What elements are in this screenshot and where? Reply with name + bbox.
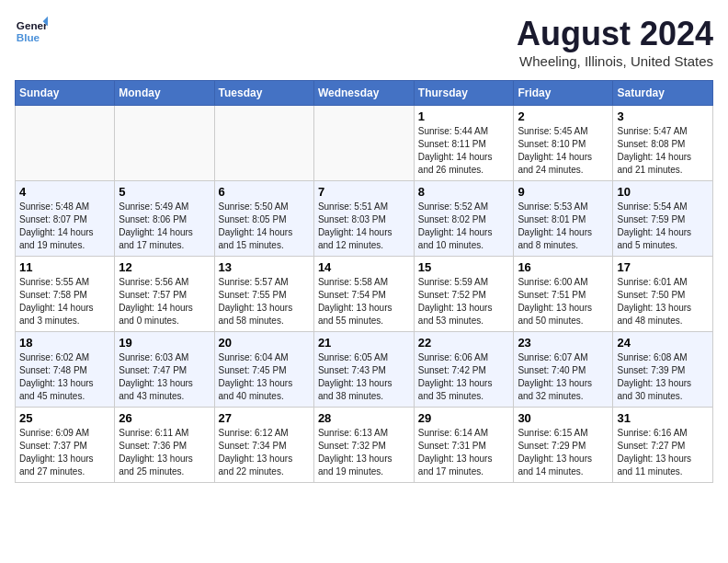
weekday-header-friday: Friday [514, 81, 613, 106]
calendar-cell: 6Sunrise: 5:50 AM Sunset: 8:05 PM Daylig… [214, 181, 313, 257]
day-number: 26 [119, 411, 210, 425]
calendar-week-row: 25Sunrise: 6:09 AM Sunset: 7:37 PM Dayli… [16, 408, 713, 483]
day-number: 6 [219, 185, 310, 199]
calendar-cell: 22Sunrise: 6:06 AM Sunset: 7:42 PM Dayli… [414, 332, 514, 408]
day-info: Sunrise: 6:00 AM Sunset: 7:51 PM Dayligh… [518, 276, 609, 327]
day-number: 16 [518, 260, 609, 274]
day-info: Sunrise: 5:52 AM Sunset: 8:02 PM Dayligh… [418, 201, 510, 252]
day-number: 15 [418, 260, 510, 274]
day-number: 9 [518, 185, 609, 199]
calendar-cell: 19Sunrise: 6:03 AM Sunset: 7:47 PM Dayli… [115, 332, 214, 408]
calendar-week-row: 4Sunrise: 5:48 AM Sunset: 8:07 PM Daylig… [16, 181, 713, 257]
day-number: 4 [19, 185, 110, 199]
day-info: Sunrise: 6:01 AM Sunset: 7:50 PM Dayligh… [617, 276, 709, 327]
day-number: 8 [418, 185, 510, 199]
calendar-cell [313, 106, 414, 181]
day-number: 31 [617, 411, 709, 425]
day-info: Sunrise: 6:04 AM Sunset: 7:45 PM Dayligh… [219, 351, 310, 403]
day-info: Sunrise: 6:03 AM Sunset: 7:47 PM Dayligh… [119, 351, 210, 403]
calendar-cell: 26Sunrise: 6:11 AM Sunset: 7:36 PM Dayli… [115, 408, 214, 483]
calendar-cell: 3Sunrise: 5:47 AM Sunset: 8:08 PM Daylig… [613, 106, 713, 181]
day-info: Sunrise: 6:08 AM Sunset: 7:39 PM Dayligh… [617, 351, 709, 403]
day-info: Sunrise: 5:57 AM Sunset: 7:55 PM Dayligh… [219, 276, 310, 327]
day-number: 7 [318, 185, 410, 199]
day-info: Sunrise: 6:12 AM Sunset: 7:34 PM Dayligh… [219, 427, 310, 478]
calendar-cell: 25Sunrise: 6:09 AM Sunset: 7:37 PM Dayli… [16, 408, 115, 483]
calendar-week-row: 1Sunrise: 5:44 AM Sunset: 8:11 PM Daylig… [16, 106, 713, 181]
calendar-cell: 5Sunrise: 5:49 AM Sunset: 8:06 PM Daylig… [115, 181, 214, 257]
day-number: 10 [617, 185, 709, 199]
day-number: 12 [119, 260, 210, 274]
day-info: Sunrise: 6:13 AM Sunset: 7:32 PM Dayligh… [318, 427, 410, 478]
day-info: Sunrise: 6:07 AM Sunset: 7:40 PM Dayligh… [518, 351, 609, 403]
weekday-header-tuesday: Tuesday [214, 81, 313, 106]
calendar-cell: 18Sunrise: 6:02 AM Sunset: 7:48 PM Dayli… [16, 332, 115, 408]
day-number: 24 [617, 336, 709, 350]
day-number: 14 [318, 260, 410, 274]
day-number: 3 [617, 109, 709, 123]
day-info: Sunrise: 6:09 AM Sunset: 7:37 PM Dayligh… [19, 427, 110, 478]
calendar-week-row: 11Sunrise: 5:55 AM Sunset: 7:58 PM Dayli… [16, 257, 713, 332]
day-number: 29 [418, 411, 510, 425]
day-info: Sunrise: 6:14 AM Sunset: 7:31 PM Dayligh… [418, 427, 510, 478]
day-number: 27 [219, 411, 310, 425]
day-info: Sunrise: 5:45 AM Sunset: 8:10 PM Dayligh… [518, 125, 609, 177]
weekday-header-wednesday: Wednesday [313, 81, 414, 106]
day-number: 28 [318, 411, 410, 425]
day-number: 18 [19, 336, 110, 350]
day-info: Sunrise: 5:53 AM Sunset: 8:01 PM Dayligh… [518, 201, 609, 252]
title-area: August 2024 Wheeling, Illinois, United S… [517, 15, 713, 69]
day-info: Sunrise: 5:58 AM Sunset: 7:54 PM Dayligh… [318, 276, 410, 327]
logo-icon: General Blue [15, 15, 48, 48]
day-number: 23 [518, 336, 609, 350]
day-info: Sunrise: 6:02 AM Sunset: 7:48 PM Dayligh… [19, 351, 110, 403]
page-subtitle: Wheeling, Illinois, United States [517, 53, 713, 69]
calendar-cell: 9Sunrise: 5:53 AM Sunset: 8:01 PM Daylig… [514, 181, 613, 257]
day-number: 17 [617, 260, 709, 274]
day-info: Sunrise: 5:54 AM Sunset: 7:59 PM Dayligh… [617, 201, 709, 252]
day-info: Sunrise: 5:48 AM Sunset: 8:07 PM Dayligh… [19, 201, 110, 252]
day-info: Sunrise: 5:49 AM Sunset: 8:06 PM Dayligh… [119, 201, 210, 252]
calendar-cell: 15Sunrise: 5:59 AM Sunset: 7:52 PM Dayli… [414, 257, 514, 332]
day-number: 5 [119, 185, 210, 199]
day-info: Sunrise: 5:55 AM Sunset: 7:58 PM Dayligh… [19, 276, 110, 327]
calendar-cell: 28Sunrise: 6:13 AM Sunset: 7:32 PM Dayli… [313, 408, 414, 483]
calendar-cell: 17Sunrise: 6:01 AM Sunset: 7:50 PM Dayli… [613, 257, 713, 332]
page-title: August 2024 [517, 15, 713, 53]
calendar-cell: 21Sunrise: 6:05 AM Sunset: 7:43 PM Dayli… [313, 332, 414, 408]
calendar-cell: 29Sunrise: 6:14 AM Sunset: 7:31 PM Dayli… [414, 408, 514, 483]
calendar-cell: 20Sunrise: 6:04 AM Sunset: 7:45 PM Dayli… [214, 332, 313, 408]
day-info: Sunrise: 5:50 AM Sunset: 8:05 PM Dayligh… [219, 201, 310, 252]
calendar-cell [16, 106, 115, 181]
weekday-header-thursday: Thursday [414, 81, 514, 106]
day-number: 25 [19, 411, 110, 425]
day-number: 22 [418, 336, 510, 350]
day-number: 13 [219, 260, 310, 274]
page-header: General Blue August 2024 Wheeling, Illin… [15, 15, 713, 69]
calendar-cell: 11Sunrise: 5:55 AM Sunset: 7:58 PM Dayli… [16, 257, 115, 332]
day-number: 19 [119, 336, 210, 350]
calendar-cell: 4Sunrise: 5:48 AM Sunset: 8:07 PM Daylig… [16, 181, 115, 257]
logo: General Blue [15, 15, 48, 48]
day-info: Sunrise: 6:11 AM Sunset: 7:36 PM Dayligh… [119, 427, 210, 478]
calendar-cell: 13Sunrise: 5:57 AM Sunset: 7:55 PM Dayli… [214, 257, 313, 332]
day-info: Sunrise: 5:59 AM Sunset: 7:52 PM Dayligh… [418, 276, 510, 327]
calendar-week-row: 18Sunrise: 6:02 AM Sunset: 7:48 PM Dayli… [16, 332, 713, 408]
calendar-cell: 30Sunrise: 6:15 AM Sunset: 7:29 PM Dayli… [514, 408, 613, 483]
weekday-header-saturday: Saturday [613, 81, 713, 106]
calendar-cell: 1Sunrise: 5:44 AM Sunset: 8:11 PM Daylig… [414, 106, 514, 181]
calendar-cell: 14Sunrise: 5:58 AM Sunset: 7:54 PM Dayli… [313, 257, 414, 332]
day-info: Sunrise: 6:16 AM Sunset: 7:27 PM Dayligh… [617, 427, 709, 478]
day-info: Sunrise: 6:06 AM Sunset: 7:42 PM Dayligh… [418, 351, 510, 403]
day-info: Sunrise: 5:51 AM Sunset: 8:03 PM Dayligh… [318, 201, 410, 252]
day-number: 11 [19, 260, 110, 274]
day-number: 1 [418, 109, 510, 123]
calendar-cell [214, 106, 313, 181]
day-number: 21 [318, 336, 410, 350]
day-number: 30 [518, 411, 609, 425]
calendar-cell: 16Sunrise: 6:00 AM Sunset: 7:51 PM Dayli… [514, 257, 613, 332]
calendar-cell: 7Sunrise: 5:51 AM Sunset: 8:03 PM Daylig… [313, 181, 414, 257]
calendar-cell: 24Sunrise: 6:08 AM Sunset: 7:39 PM Dayli… [613, 332, 713, 408]
day-info: Sunrise: 5:56 AM Sunset: 7:57 PM Dayligh… [119, 276, 210, 327]
weekday-header-sunday: Sunday [16, 81, 115, 106]
